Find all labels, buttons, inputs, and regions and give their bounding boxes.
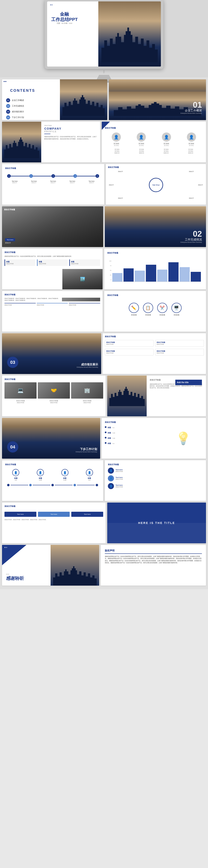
- icon-item-3: ✂️ 添加标题: [157, 303, 167, 316]
- buildings-subtitle: 添加文字: [5, 242, 15, 244]
- screen-overlay: [47, 1, 98, 66]
- tl-label-4: Text here添加文字: [63, 181, 82, 184]
- slide-avatars[interactable]: 添加文字标题 👤 员工姓名 员工职位 👤 员工姓名 员工职位: [102, 122, 206, 162]
- card-title-1: 添加文字标题: [106, 341, 152, 343]
- avatar-role-4: 员工职位: [180, 145, 203, 147]
- dot-1: [50, 4, 51, 5]
- slide-work-items[interactable]: 添加文字标题 感谢您使用我们的产品！在此向您推荐我们的产品，请关注我们的后续更新…: [2, 249, 103, 289]
- plan-row-2: 👤 Text here 添加文字内容: [108, 475, 203, 482]
- slide-connections[interactable]: 添加文字标题 👤 标题 5.3 👤 标题 5.29 👤 标题: [2, 460, 103, 501]
- slide-here-is-title[interactable]: HERE IS THE TITLE: [107, 502, 206, 543]
- slide-project-cards[interactable]: 添加文字标题 添加文字标题 添加文字内容 添加文字标题 添加文字内容 添加文字标…: [103, 333, 206, 374]
- slide-barchart[interactable]: 添加文字标题 100 75 50 25 0: [104, 249, 206, 289]
- avatar-role-3: 员工职位: [155, 145, 178, 147]
- num-02: 02: [6, 104, 10, 108]
- conn-3: 👤 标题 5.29: [54, 469, 76, 481]
- here-title-overlay: [107, 523, 206, 543]
- plan-row-content-2: Text here 添加文字内容: [115, 476, 123, 480]
- slide-icons[interactable]: 添加文字标题 ✏️ 添加标题 📋 添加标题 ✂️ 添加标题: [104, 291, 206, 332]
- work-items-row: 标题 添加文字内容 标题 添加文字内容 标题 添加文字内容: [4, 259, 100, 266]
- idea-dot-3: [105, 437, 106, 438]
- text-btn-1[interactable]: Text here: [4, 512, 36, 517]
- icon-label-2: 添加标题: [143, 314, 153, 316]
- timeline-bar: 1 2 3 4 5: [7, 176, 99, 177]
- slide-section03[interactable]: 03 成功项目展示 Enterprise Annual Work Summary: [2, 333, 101, 374]
- icon-label-1: 添加标题: [129, 314, 139, 316]
- section02-num: 02: [181, 230, 202, 238]
- text-btn-2[interactable]: Text here: [38, 512, 70, 517]
- add-title-img: [107, 376, 147, 416]
- thankyou-content: ♦ ♦ ♦ 感谢聆听: [6, 574, 24, 582]
- slide-section01[interactable]: 01 企业工作概述 Enterprise Annual Work Summary: [109, 79, 206, 120]
- photo-3: 🏢: [71, 382, 103, 399]
- bar-8: [191, 272, 201, 282]
- icon-circle-4: 🖥️: [171, 303, 182, 313]
- slide-thankyou[interactable]: ♦ ♦ ♦ 感谢聆听: [2, 545, 99, 586]
- flow-diagram: [5, 484, 100, 486]
- text-row-buttons: Text here Text here Text here: [4, 512, 103, 517]
- section02-title: 工作完成情况: [181, 238, 202, 242]
- slide-company-profile[interactable]: 添加文字标题 COMPANY PROFILE 感谢您使用我们的产品！在此向您推荐…: [2, 122, 100, 162]
- item-4-text: 下步工作计划: [12, 116, 24, 119]
- work-item-1: 标题 添加文字内容: [4, 259, 35, 266]
- slide-plan-rows[interactable]: 添加文字标题 👤 Text here 添加文字内容 👤 Text here 添加…: [105, 460, 206, 501]
- slide-the-title[interactable]: 添加文字标题 THE TITLE 添加文字 添加文字 添加文字 添加文字 添加文…: [106, 164, 206, 205]
- slide-contents[interactable]: CONTENTS 01 企业工作概述 02 工作完成情况 03 成功项目展示: [2, 79, 107, 120]
- idea-dot-1: [105, 426, 106, 428]
- slide-dots: [4, 81, 6, 82]
- plan-icon-2: 👤: [108, 475, 114, 482]
- slide-add-title[interactable]: 添加文字标题 Add the title 感谢您使用我们的产品！在此向您推荐我们…: [107, 376, 206, 416]
- bar-3: [135, 271, 145, 282]
- slide-section04[interactable]: 04 下步工作计划 Enterprise Annual Work Summary: [2, 418, 100, 459]
- slide-photos[interactable]: 添加文字标题 💻 🤝 🏢 添加文字标题添加文字内容 添加文字标题添加文字内容 添…: [2, 376, 106, 416]
- card-text-2: 添加文字内容: [157, 343, 203, 345]
- section03-num-circle: 03: [7, 357, 18, 368]
- icon-item-4: 🖥️ 添加标题: [171, 303, 182, 316]
- slide-text-blocks[interactable]: 添加文字标题 添加文字标题内容，添加文字标题内容，添加文字标题内容，添加文字标题…: [2, 291, 103, 332]
- slide-buildings[interactable]: Text here 添加文字 添加文字标题: [2, 206, 103, 247]
- photos-row: 💻 🤝 🏢: [4, 382, 103, 399]
- text-btn-3[interactable]: Text here: [71, 512, 103, 517]
- icon-item-2: 📋 添加标题: [143, 303, 153, 316]
- monitor: 金融 工作总结PPT 主题：XX 作者：XXX: [45, 0, 163, 69]
- idea-item-2: 标题 5.29: [105, 431, 164, 434]
- icon-label-4: 添加标题: [171, 314, 182, 316]
- section04-num-circle: 04: [7, 441, 18, 453]
- slide-timeline[interactable]: 添加文字标题 1 2 3 4 5 Text here添加文字 Text he: [2, 164, 104, 205]
- num-03: 03: [6, 110, 10, 114]
- avatar-circle-2: 👤: [137, 132, 146, 142]
- section01-label: 01 企业工作概述 Enterprise Annual Work Summary: [181, 101, 202, 114]
- slide-idea[interactable]: 添加文字标题 标题 5.3 标题: [102, 418, 206, 459]
- section04-label: 下步工作计划 Enterprise Annual Work Summary: [76, 447, 97, 453]
- bar-2: [124, 268, 134, 282]
- screen-content: 金融 工作总结PPT 主题：XX 作者：XXX: [47, 1, 161, 66]
- avatar-name-2: 员工姓名: [130, 143, 153, 145]
- avatars-content: 添加文字标题 👤 员工姓名 员工职位 👤 员工姓名 员工职位: [105, 127, 203, 154]
- chart-title: 添加文字标题: [107, 252, 203, 254]
- work-item-2: 标题 添加文字内容: [37, 259, 68, 266]
- plan-icon-3: 👤: [108, 483, 114, 489]
- the-title-content: THE TITLE 添加文字 添加文字 添加文字 添加文字 添加文字 添加文字: [108, 170, 204, 200]
- avatar-name-3: 员工姓名: [155, 143, 178, 145]
- slide-disclaimer[interactable]: 版权声明 感谢您使用我们的产品！在此向您推荐我们的产品，请关注我们的后续更新，以…: [101, 545, 206, 586]
- tl-dot-4: 4: [73, 174, 77, 178]
- icon-circle-2: 📋: [143, 303, 153, 313]
- idea-bulb: 💡: [164, 421, 203, 456]
- blue-box: Add the title: [175, 380, 202, 385]
- timeline-title: 添加文字标题: [5, 167, 101, 170]
- conn-circle-3: 👤: [61, 469, 68, 476]
- page-wrapper: 金融 工作总结PPT 主题：XX 作者：XXX : [0, 0, 208, 589]
- section03-subtitle: Enterprise Annual Work Summary: [77, 367, 98, 368]
- tl-dot-1: 1: [7, 174, 11, 178]
- idea-title: 添加文字标题: [105, 421, 164, 424]
- idea-text-4: 标题 5.3: [108, 441, 114, 445]
- icons-row: ✏️ 添加标题 📋 添加标题 ✂️ 添加标题 🖥️ 添加标题: [107, 303, 203, 316]
- slide-text-row[interactable]: 添加文字标题 Text here Text here Text here 添加文…: [2, 502, 106, 543]
- item-3-text: 成功项目展示: [12, 110, 24, 113]
- slide-section02[interactable]: 02 工作完成情况 Enterprise Annual Work Summary: [105, 206, 206, 247]
- add-subtitle: 添加文字标题: [44, 125, 97, 127]
- timeline-labels: Text here添加文字 Text here添加文字 Text here添加文…: [5, 181, 101, 184]
- blue-corner: [102, 122, 110, 130]
- work-item-3: 标题 添加文字内容: [69, 259, 100, 266]
- slide-row-9: 04 下步工作计划 Enterprise Annual Work Summary…: [2, 418, 206, 459]
